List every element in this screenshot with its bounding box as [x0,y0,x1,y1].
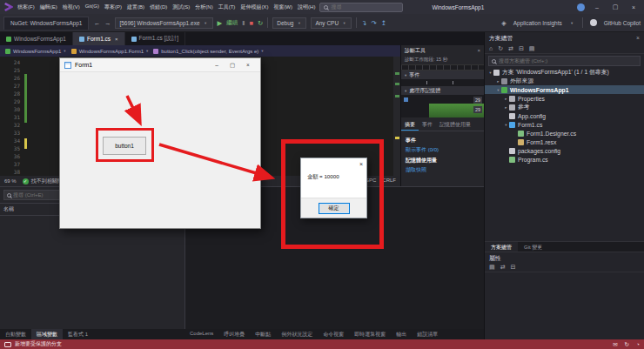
tree-node-project[interactable]: ▾ WindowsFormsApp1 [485,85,644,94]
menu-item-2[interactable]: 檢視(V) [63,3,80,11]
breadcrumb-project-dropdown[interactable]: WindowsFormsApp1 ▾ [5,49,66,54]
sort-icon[interactable]: ⇄ [500,264,506,271]
close-button[interactable]: × [627,4,640,10]
tree-node-program-cs[interactable]: Program.cs [485,155,644,164]
continue-label[interactable]: 繼續 [226,19,238,27]
menu-item-9[interactable]: 工具(T) [218,3,236,11]
line-ending[interactable]: CRLF [382,178,396,185]
tree-node-properties[interactable]: ▸ Properties [485,94,644,103]
step-over-icon[interactable]: ↷ [371,19,376,27]
tree-node-app-config[interactable]: App.config [485,111,644,120]
tab-form1-design[interactable]: Form1.cs [設計] [125,32,186,45]
bottom-right-tab-1[interactable]: 呼叫堆疊 [218,329,250,339]
chevron-right-icon[interactable]: ▸ [503,105,509,110]
bottom-right-tab-0[interactable]: CodeLens [184,329,218,339]
events-section-header[interactable]: ▾ 事件 [401,70,484,79]
collapse-all-icon[interactable]: ⊟ [519,45,524,52]
chevron-right-icon[interactable]: ▸ [495,79,501,84]
close-tab-icon[interactable]: × [115,37,118,42]
diagnostics-tab-0[interactable]: 摘要 [401,119,419,131]
platform-dropdown[interactable]: Any CPU ▾ [311,17,352,29]
properties-icon[interactable]: ▤ [529,45,535,52]
maximize-button[interactable]: ▢ [609,3,621,10]
menu-item-7[interactable]: 測試(S) [172,3,190,11]
tree-node-form1-cs[interactable]: ▾ Form1.cs [485,120,644,129]
chevron-down-icon[interactable]: ▾ [487,70,493,75]
restart-icon[interactable]: ↻ [258,19,263,27]
sync-status-icon[interactable]: ↻ [625,341,629,348]
form-close-button[interactable]: × [240,62,256,69]
sync-with-active-document-icon[interactable]: ⇄ [508,45,513,52]
pause-icon[interactable]: ‖ [242,19,245,27]
menu-item-4[interactable]: 專案(P) [104,3,122,11]
diagnostics-tab-1[interactable]: 事件 [419,119,436,131]
tab-solution-explorer[interactable]: 方案總管 [485,242,518,252]
solution-explorer-search-input[interactable] [499,58,637,64]
process-dropdown[interactable]: [5696] WindowsFormsApp1.exe ▾ [115,17,212,29]
tree-node-form1-designer-cs[interactable]: Form1.Designer.cs [485,129,644,138]
solution-explorer-search-box[interactable] [488,56,641,66]
step-out-icon[interactable]: ↥ [381,19,386,27]
tree-node-external-sources[interactable]: ▸ 外部來源 [485,77,644,85]
take-snapshot-link[interactable]: 擷取快照 [406,166,480,174]
step-into-icon[interactable]: ↴ [361,19,366,27]
close-icon[interactable]: × [477,48,480,53]
status-message[interactable]: 新增要受保護的分支 [15,340,62,348]
editor-vertical-scrollbar[interactable] [393,57,400,176]
button1[interactable]: button1 [103,137,146,155]
search-input[interactable] [331,4,399,10]
notifications-bell-icon[interactable]: ◔ [636,341,640,347]
chevron-down-icon[interactable]: ▾ [495,88,501,92]
navigate-back-icon[interactable]: ← [93,19,100,27]
menu-item-11[interactable]: 視窗(W) [273,3,292,11]
zoom-level[interactable]: 69 % [4,178,17,184]
tab-windowsformsapp1[interactable]: WindowsFormsApp1 [0,32,73,45]
categorized-view-icon[interactable]: ▤ [489,264,495,271]
bottom-left-tab-0[interactable]: 自動變數 [0,329,31,339]
stop-debug-icon[interactable]: ■ [249,19,253,27]
breadcrumb-type-dropdown[interactable]: WindowsFormsApp1.Form1 ▾ [71,49,149,54]
chevron-down-icon[interactable]: ▾ [569,21,575,25]
configuration-dropdown[interactable]: Debug ▾ [272,17,306,29]
github-copilot-label[interactable]: GitHub Copilot [604,20,641,26]
tab-form1-cs[interactable]: Form1.cs × [73,32,125,45]
ok-button[interactable]: 確定 [319,203,350,214]
navigate-forward-icon[interactable]: → [104,19,111,27]
bottom-right-tab-6[interactable]: 輸出 [391,329,412,339]
menu-item-3[interactable]: Git(G) [85,3,99,11]
bottom-left-tab-2[interactable]: 監看式 1 [63,329,93,339]
form1-titlebar[interactable]: Form1 – ▢ × [60,58,260,72]
bottom-right-tab-3[interactable]: 例外狀況設定 [276,329,318,339]
menu-item-6[interactable]: 偵錯(D) [150,3,167,11]
form-maximize-button[interactable]: ▢ [225,62,240,69]
message-box-close-button[interactable]: × [359,161,363,167]
form-minimize-button[interactable]: – [209,62,225,69]
menu-item-1[interactable]: 編輯(E) [40,3,57,11]
close-icon[interactable]: × [636,35,640,41]
bottom-right-tab-5[interactable]: 即時運算視窗 [349,329,391,339]
refresh-icon[interactable]: ↻ [498,45,503,52]
tree-node-solution[interactable]: ▾ 方案 'WindowsFormsApp1' (1 / 1 個專案) [485,68,644,77]
bottom-right-tab-2[interactable]: 中斷點 [250,329,276,339]
menu-item-8[interactable]: 分析(N) [195,3,212,11]
chevron-right-icon[interactable]: ▸ [503,97,509,101]
breadcrumb-member-dropdown[interactable]: button1_Click(object sender, EventArgs e… [153,49,263,54]
nuget-document-tab[interactable]: NuGet: WindowsFormsApp1 [3,17,89,30]
diagnostics-tab-2[interactable]: 記憶體使用量 [436,119,474,131]
form1-app-window[interactable]: Form1 – ▢ × button1 [59,57,261,229]
menu-item-0[interactable]: 檔案(F) [17,3,35,11]
tree-node-form1-resx[interactable]: Form1.resx [485,138,644,146]
tree-node-packages-config[interactable]: packages.config [485,146,644,155]
menu-item-12[interactable]: 說明(H) [298,3,315,11]
bottom-left-tab-1[interactable]: 區域變數 [31,329,63,339]
show-events-link[interactable]: 顯示事件 (0/0) [406,146,480,154]
feedback-icon[interactable]: ✉ [613,341,617,348]
account-avatar[interactable] [577,3,585,11]
tab-git-changes[interactable]: Git 變更 [518,242,548,252]
application-insights-label[interactable]: Application Insights [513,20,562,26]
process-memory-section-header[interactable]: ▾ 處理序記憶體 [401,86,484,95]
minimize-button[interactable]: – [591,4,603,10]
chevron-down-icon[interactable]: ▾ [503,123,509,127]
bottom-right-tab-7[interactable]: 錯誤清單 [412,329,443,339]
message-box[interactable]: × 金額 = 10000 確定 [300,158,367,218]
